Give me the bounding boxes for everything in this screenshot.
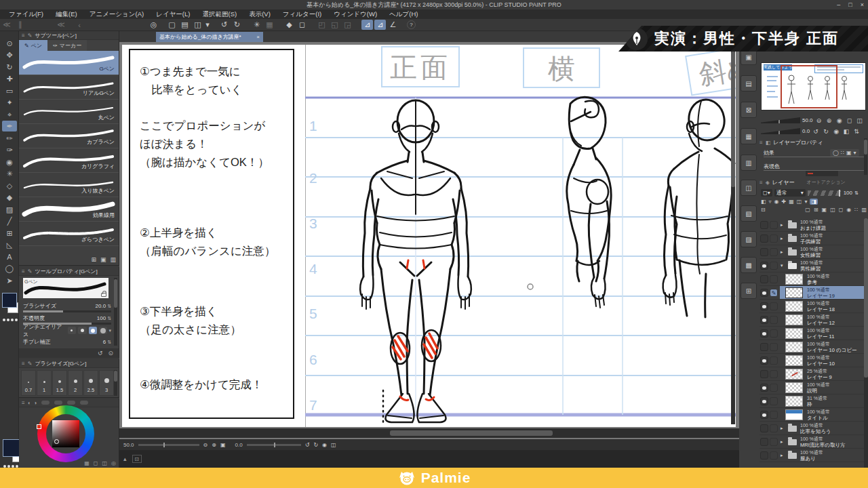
visibility-eye-icon[interactable]: [760, 289, 768, 297]
size-option-3[interactable]: 3: [99, 370, 114, 396]
brush-tool-icon[interactable]: ✑: [2, 144, 17, 155]
canvas-h-scrollbar[interactable]: [119, 428, 739, 438]
nav-rotate-right-icon[interactable]: ↻: [822, 128, 830, 135]
operation-tool-icon[interactable]: ➤: [2, 275, 17, 286]
layers-scrollbar[interactable]: [864, 218, 868, 468]
nav-zoom-out-icon[interactable]: ⊖: [815, 117, 823, 124]
document-tab-close-icon[interactable]: ×: [256, 34, 260, 40]
brush-item-kabura-pen[interactable]: カブラペン: [19, 124, 119, 148]
visibility-eye-icon[interactable]: [760, 329, 768, 338]
layer-row-mri[interactable]: ▸100 %通常MRI流比率の取り方: [760, 435, 864, 449]
effect-expand-icon[interactable]: ▾: [854, 150, 856, 156]
deselect-icon[interactable]: ◰: [316, 20, 328, 30]
stabilization-slider[interactable]: 手ブレ補正 6⇅: [23, 337, 111, 347]
layer-row-19-selected[interactable]: ✎100 %通常レイヤー 19: [760, 286, 864, 300]
color-slider-tab-icon[interactable]: ◑: [34, 400, 37, 406]
opacity-spinner-icon[interactable]: ⇅: [854, 190, 859, 196]
layer-mask-icon[interactable]: ◉: [846, 207, 851, 213]
visibility-eye-icon[interactable]: [760, 248, 768, 256]
layer-row-omake[interactable]: ▸100 %通常おまけ課題: [760, 218, 864, 232]
save-icon[interactable]: ◫: [192, 20, 203, 30]
blend-mode-dropdown[interactable]: 通常▾: [774, 189, 806, 197]
color-picker-icon[interactable]: ◎: [111, 460, 116, 466]
tab-marker[interactable]: ✑マーカー: [47, 40, 87, 51]
collapse-panel2-icon[interactable]: ≪: [54, 20, 68, 30]
visibility-eye-icon[interactable]: [760, 451, 768, 460]
size-option-1-5[interactable]: 1.5: [52, 370, 67, 396]
visibility-eye-icon[interactable]: [760, 262, 768, 270]
brush-size-scrollbar[interactable]: [114, 370, 117, 396]
nav-rotate-reset-icon[interactable]: ◉: [832, 128, 840, 135]
help-icon[interactable]: ?: [407, 20, 416, 29]
color-set-icon[interactable]: ▦: [84, 460, 90, 466]
menu-animation[interactable]: アニメーション(A): [83, 10, 151, 19]
visibility-eye-icon[interactable]: [760, 343, 768, 351]
layer-row-12[interactable]: 100 %通常レイヤー 12: [760, 313, 864, 327]
transfer-down-icon[interactable]: ▿: [769, 199, 772, 205]
layer-row-10[interactable]: 100 %通常レイヤー 10: [760, 354, 864, 367]
material-mono-panel-icon[interactable]: ▥: [741, 155, 757, 171]
color-tab-pill[interactable]: [67, 401, 75, 405]
title-bar[interactable]: 基本から始める_体の描き方講座* (4172 x 2480px 300dpi 5…: [0, 0, 868, 9]
brush-item-g-pen[interactable]: Gペン: [19, 51, 119, 75]
open-file-icon[interactable]: ▤: [179, 20, 191, 30]
visibility-eye-icon[interactable]: [760, 424, 768, 432]
layer-row-hiritsu[interactable]: ▸100 %通常比率を知ろう: [760, 422, 864, 435]
invert-select-icon[interactable]: ◱: [329, 20, 340, 30]
layer-row-fukuari[interactable]: ▸100 %通常服あり: [760, 449, 864, 462]
brush-item-iri-nuki-pen[interactable]: 入り抜きペン: [19, 173, 119, 197]
nav-zoom-reset-icon[interactable]: ◉: [835, 117, 844, 124]
zoom-tool-icon[interactable]: ⊙: [2, 38, 17, 49]
pencil-tool-icon[interactable]: ✏: [2, 133, 17, 144]
panel-menu-icon[interactable]: ≡: [22, 268, 25, 274]
panel-menu-icon[interactable]: ≡: [760, 140, 763, 146]
new-subtool-icon[interactable]: ▣: [100, 256, 106, 263]
new-vector-layer-icon[interactable]: ▣: [822, 207, 827, 213]
new-file-icon[interactable]: ▢: [166, 20, 178, 30]
select-border-icon[interactable]: ◲: [342, 20, 353, 30]
menu-layer[interactable]: レイヤー(L): [150, 10, 196, 19]
lock-layer-icon[interactable]: ▦: [789, 199, 794, 205]
visibility-eye-icon[interactable]: [760, 235, 768, 243]
antialias-medium-button[interactable]: [89, 327, 97, 334]
color-tab-pill[interactable]: [54, 401, 62, 405]
zoom-out-icon[interactable]: ⊖: [203, 442, 208, 448]
airbrush-tool-icon[interactable]: ◉: [2, 157, 17, 167]
clip-studio-icon[interactable]: ◎: [148, 20, 159, 30]
material-panel-icon[interactable]: ▤: [741, 75, 757, 92]
reset-rotation-icon[interactable]: ◉: [322, 442, 327, 448]
detail-settings-icon[interactable]: ⊙: [108, 350, 113, 357]
lock-icon[interactable]: [101, 293, 106, 297]
border-effect-icon[interactable]: ◯: [833, 150, 839, 156]
close-button[interactable]: ×: [861, 1, 864, 8]
layer-row-title[interactable]: 100 %通常タイトル: [760, 408, 864, 422]
visibility-eye-icon[interactable]: [760, 316, 768, 324]
spinner-icon[interactable]: ⇅: [107, 316, 111, 321]
layer-row-sanko[interactable]: 100 %通常参考: [760, 272, 864, 286]
reference-layer-icon[interactable]: ◉: [774, 199, 779, 205]
canvas-rotate-slider[interactable]: [247, 444, 301, 446]
hand-tool-icon[interactable]: ✥: [2, 49, 17, 60]
lock-alpha-icon[interactable]: ◫: [797, 199, 802, 205]
undo-icon[interactable]: ↺: [218, 20, 230, 30]
canvas-page[interactable]: ①つま先まで一気に 比率をとっていく ここでプロポーションが ほぼ決まる！ （腕…: [122, 45, 736, 427]
merge-below-icon[interactable]: ◻: [839, 207, 844, 213]
ruler-range-icon[interactable]: ◨: [810, 199, 818, 205]
brush-item-maru-pen[interactable]: 丸ペン: [19, 100, 119, 124]
layer-row-18[interactable]: 100 %通常レイヤー 18: [760, 300, 864, 313]
draft-layer-icon[interactable]: ✚: [782, 199, 787, 205]
collapse-panel3-icon[interactable]: ‹: [75, 20, 84, 30]
tool-property-scrollbar[interactable]: [114, 278, 117, 346]
material-manga-panel-icon[interactable]: ◫: [741, 180, 757, 196]
close-panel-icon[interactable]: ⊠: [741, 102, 757, 118]
snap-guide-icon[interactable]: ∠: [387, 20, 399, 30]
layer-filter-dropdown[interactable]: ◻▾: [761, 189, 772, 197]
menu-selection[interactable]: 選択範囲(S): [196, 10, 243, 19]
navigator-thumbnail[interactable]: 実践してみよう！: [761, 62, 866, 110]
size-option-0-7[interactable]: 0.7: [21, 370, 36, 396]
apply-mask-icon[interactable]: ∷: [854, 207, 858, 213]
new-layer-folder-icon[interactable]: ⊞: [814, 207, 818, 213]
menu-window[interactable]: ウィンドウ(W): [328, 10, 383, 19]
layer-row-11[interactable]: 100 %通常レイヤー 11: [760, 327, 864, 340]
rotate-right-icon[interactable]: ↻: [313, 442, 318, 448]
